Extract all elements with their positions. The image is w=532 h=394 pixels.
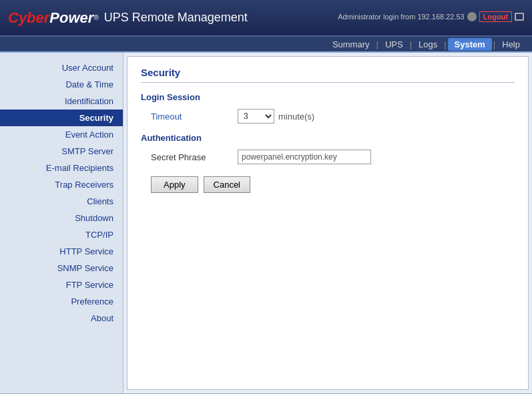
logo-cyber: Cyber: [8, 9, 49, 27]
nav-sep-3: |: [444, 39, 446, 49]
admin-info: Administrator login from 192.168.22.53 L…: [338, 11, 524, 22]
sidebar-item-event-action[interactable]: Event Action: [0, 126, 123, 143]
nav-sep-1: |: [376, 39, 378, 49]
header-right: Administrator login from 192.168.22.53 L…: [338, 11, 524, 25]
apply-button[interactable]: Apply: [151, 176, 198, 193]
sidebar: User Account Date & Time Identification …: [0, 53, 123, 393]
sidebar-item-email-recipients[interactable]: E-mail Recipients: [0, 160, 123, 176]
logo-title: UPS Remote Management: [104, 11, 248, 25]
minute-label: minute(s): [278, 112, 314, 122]
tab-ups[interactable]: UPS: [380, 38, 409, 51]
sidebar-item-snmp-service[interactable]: SNMP Service: [0, 260, 123, 276]
login-session-title: Login Session: [141, 92, 515, 102]
header: CyberPower® UPS Remote Management Admini…: [0, 0, 532, 37]
timeout-label: Timeout: [151, 112, 238, 122]
sidebar-item-http-service[interactable]: HTTP Service: [0, 243, 123, 260]
logo-power: Power: [49, 9, 93, 27]
sidebar-item-trap-receivers[interactable]: Trap Receivers: [0, 176, 123, 193]
content-area: Security Login Session Timeout 1 2 3 5 1…: [127, 56, 529, 390]
cancel-button[interactable]: Cancel: [204, 176, 250, 193]
main-container: User Account Date & Time Identification …: [0, 53, 532, 393]
section-title: Security: [141, 67, 515, 83]
sidebar-item-preference[interactable]: Preference: [0, 293, 123, 310]
nav-sep-2: |: [410, 39, 412, 49]
tab-help[interactable]: Help: [497, 38, 525, 51]
secret-phrase-input[interactable]: [238, 150, 371, 164]
logo-reg: ®: [93, 14, 98, 21]
nav-sep-4: |: [493, 39, 495, 49]
sidebar-item-clients[interactable]: Clients: [0, 193, 123, 210]
sidebar-item-shutdown[interactable]: Shutdown: [0, 210, 123, 226]
tab-summary[interactable]: Summary: [327, 38, 375, 51]
timeout-select[interactable]: 1 2 3 5 10 15 30: [238, 109, 274, 124]
tab-logs[interactable]: Logs: [413, 38, 443, 51]
nav-bar: Summary | UPS | Logs | System | Help: [0, 37, 532, 53]
admin-info-text: Administrator login from 192.168.22.53: [338, 13, 465, 21]
sidebar-item-tcp-ip[interactable]: TCP/IP: [0, 226, 123, 243]
sidebar-item-identification[interactable]: Identification: [0, 93, 123, 110]
button-row: Apply Cancel: [141, 176, 515, 193]
logout-button[interactable]: Logout: [479, 11, 512, 22]
timeout-row: Timeout 1 2 3 5 10 15 30 minute(s): [141, 109, 515, 124]
sidebar-item-ftp-service[interactable]: FTP Service: [0, 276, 123, 293]
tab-system[interactable]: System: [448, 38, 492, 51]
logo: CyberPower® UPS Remote Management: [8, 9, 248, 27]
nav-tab-group: Summary | UPS | Logs | System | Help: [327, 38, 525, 51]
sidebar-item-smtp-server[interactable]: SMTP Server: [0, 143, 123, 160]
sidebar-item-security[interactable]: Security: [0, 110, 123, 126]
timeout-input-group: 1 2 3 5 10 15 30 minute(s): [238, 109, 314, 124]
secret-phrase-label: Secret Phrase: [151, 152, 238, 162]
monitor-icon: [515, 13, 524, 21]
sidebar-item-date-time[interactable]: Date & Time: [0, 76, 123, 93]
secret-phrase-row: Secret Phrase: [141, 150, 515, 164]
user-icon: [467, 12, 477, 21]
sidebar-item-user-account[interactable]: User Account: [0, 59, 123, 76]
sidebar-item-about[interactable]: About: [0, 310, 123, 327]
authentication-title: Authentication: [141, 133, 515, 143]
